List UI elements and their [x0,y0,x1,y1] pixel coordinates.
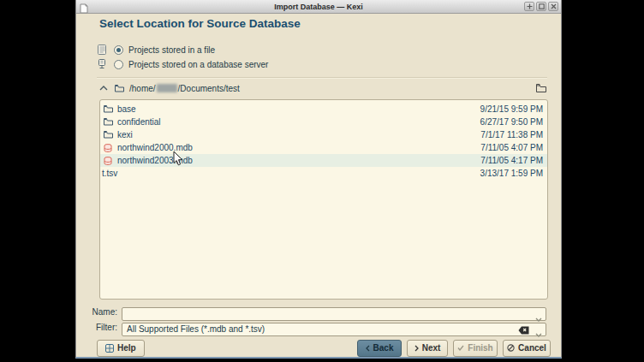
letterbox-background: Import Database — Kexi Select Location f… [0,0,644,362]
finish-label: Finish [468,343,492,353]
backspace-icon [518,326,529,335]
maximize-button[interactable] [536,2,546,11]
folder-icon [104,105,114,113]
name-combo [122,305,546,318]
go-up-button[interactable] [99,86,108,91]
new-folder-button[interactable] [536,84,546,92]
back-button[interactable]: Back [357,340,402,357]
new-folder-icon [536,84,546,92]
close-button[interactable] [548,2,558,11]
finish-button[interactable]: Finish [453,340,498,357]
window-title: Import Database — Kexi [76,3,561,11]
file-list-row[interactable]: confidential 6/27/17 9:50 PM [100,116,547,128]
path-bar: /home/ /Documents/test [99,81,546,95]
window-controls [524,2,558,11]
help-label: Help [117,343,136,353]
name-input[interactable] [122,307,546,321]
name-label: Name: [76,307,117,317]
filter-combo [122,320,546,334]
option-label: Projects stored in a file [128,45,215,55]
import-database-dialog: Import Database — Kexi Select Location f… [75,0,562,359]
chevron-right-icon [414,345,419,352]
help-button[interactable]: Help [97,340,145,357]
radio-projects-file[interactable] [114,45,123,55]
close-icon [551,3,557,9]
current-folder-icon [115,85,124,92]
file-date: 7/1/17 11:38 PM [480,130,543,139]
keep-above-button[interactable] [524,2,534,11]
titlebar[interactable]: Import Database — Kexi [76,0,561,14]
wizard-buttons: Back Next Finish [357,340,551,357]
file-name: t.tsv [102,169,117,178]
cancel-icon [507,344,515,352]
path-prefix: /home/ [129,84,156,93]
checkmark-icon [457,345,464,351]
app-window-icon [80,2,88,17]
path-suffix: /Documents/test [178,84,240,93]
folder-icon [104,118,114,126]
filter-label: Filter: [76,323,117,332]
file-list-row[interactable]: base 9/21/15 9:59 PM [100,103,547,116]
breadcrumb-path[interactable]: /home/ /Documents/test [129,84,240,93]
file-date: 6/27/17 9:50 PM [480,117,543,127]
option-label: Projects stored on a database server [128,60,268,69]
file-name: base [117,104,136,114]
plus-icon [527,3,533,9]
page-title: Select Location for Source Database [99,17,301,30]
chevron-up-icon [99,86,108,91]
redacted-username [157,84,177,92]
file-date: 7/11/05 4:07 PM [480,143,543,152]
file-list-row[interactable]: northwind2003.mdb 7/11/05 4:17 PM [100,154,547,167]
help-icon [105,344,114,353]
back-label: Back [373,343,394,353]
button-bar: Help Back Next [97,339,551,357]
file-date: 3/13/17 1:59 PM [480,169,543,178]
filter-input[interactable] [122,323,546,336]
database-file-icon [104,144,114,152]
cancel-button[interactable]: Cancel [503,340,551,357]
chevron-left-icon [366,345,370,352]
cancel-label: Cancel [518,343,546,353]
file-list-row[interactable]: t.tsv 3/13/17 1:59 PM [100,167,547,180]
radio-projects-server[interactable] [114,60,123,69]
clear-filter-button[interactable] [518,323,529,338]
file-name: kexi [117,130,133,139]
option-projects-file[interactable]: Projects stored in a file [97,44,215,56]
folder-icon [104,131,114,139]
file-name: northwind2003.mdb [117,156,193,165]
next-button[interactable]: Next [407,340,448,357]
option-projects-server[interactable]: Projects stored on a database server [97,58,268,70]
name-field-row: Name: [76,305,546,318]
next-label: Next [422,343,441,353]
file-list[interactable]: base 9/21/15 9:59 PM confidential 6/27/1… [99,99,548,300]
database-file-icon [104,157,114,165]
database-server-icon [97,59,108,69]
file-date: 7/11/05 4:17 PM [480,156,543,165]
maximize-icon [539,3,545,9]
file-name: confidential [117,117,161,127]
file-date: 9/21/15 9:59 PM [480,104,543,114]
separator-line [97,77,547,79]
file-name: northwind2000.mdb [117,143,193,152]
filter-field-row: Filter: [76,320,546,334]
file-list-row[interactable]: kexi 7/1/17 11:38 PM [100,128,547,141]
file-list-row[interactable]: northwind2000.mdb 7/11/05 4:07 PM [100,141,547,154]
file-icon [97,45,108,55]
